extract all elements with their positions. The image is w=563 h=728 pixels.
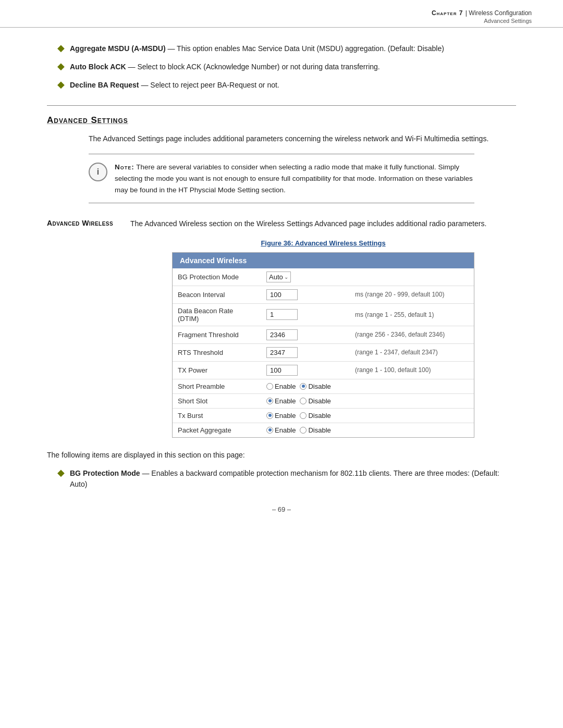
bullet-desc-1: This option enables Mac Service Data Uni… — [177, 44, 444, 53]
table-cell-label: Packet Aggregate — [173, 423, 261, 437]
table-cell-label: Short Slot — [173, 393, 261, 408]
note-text: Note: There are several variables to con… — [115, 162, 474, 195]
bullet-item-3: ◆ Decline BA Request — Select to reject … — [47, 80, 516, 91]
bullet-item-1: ◆ Aggregate MSDU (A-MSDU) — This option … — [47, 43, 516, 54]
table-cell-control[interactable]: Auto ⌄ — [261, 268, 350, 286]
input-box[interactable]: 2347 — [266, 347, 298, 358]
bottom-bullet-section: ◆ BG Protection Mode — Enables a backwar… — [47, 468, 516, 490]
input-box[interactable]: 1 — [266, 309, 298, 320]
table-row: Packet AggregateEnableDisable — [173, 423, 474, 437]
radio-item[interactable]: Disable — [300, 397, 331, 405]
advanced-settings-heading: Advanced Settings — [47, 115, 516, 126]
table-cell-control[interactable]: 100 — [261, 361, 350, 379]
chapter-label: Chapter 7 — [432, 9, 466, 17]
table-cell-hint — [350, 393, 474, 408]
table-cell-label: RTS Threshold — [173, 343, 261, 361]
bottom-bullet-text-1: BG Protection Mode — Enables a backward … — [70, 468, 516, 490]
radio-label: Disable — [308, 412, 331, 419]
radio-group: EnableDisable — [266, 412, 345, 419]
bullet-dash-1: — — [167, 44, 177, 53]
bullet-term-3: Decline BA Request — [70, 81, 139, 89]
table-cell-control: EnableDisable — [261, 408, 350, 423]
radio-item[interactable]: Disable — [300, 412, 331, 419]
radio-label: Enable — [275, 412, 296, 419]
advanced-wireless-section: Advanced Wireless The Advanced Wireless … — [47, 218, 516, 437]
table-cell-label: Tx Burst — [173, 408, 261, 423]
chapter-title: Wireless Configuration — [469, 9, 532, 17]
bullet-item-2: ◆ Auto Block ACK — Select to block ACK (… — [47, 61, 516, 72]
radio-group: EnableDisable — [266, 397, 345, 405]
info-icon: i — [89, 163, 107, 181]
table-row: BG Protection ModeAuto ⌄ — [173, 268, 474, 286]
table-cell-label: Data Beacon Rate (DTIM) — [173, 303, 261, 326]
section-divider-1 — [47, 105, 516, 106]
page-header: Chapter 7 | Wireless Configuration Advan… — [0, 0, 563, 28]
table-cell-control[interactable]: 2347 — [261, 343, 350, 361]
diamond-icon-3: ◆ — [57, 79, 65, 90]
bottom-diamond-icon-1: ◆ — [57, 467, 65, 478]
table-cell-control[interactable]: 2346 — [261, 326, 350, 343]
table-cell-control[interactable]: 1 — [261, 303, 350, 326]
aw-side-label: Advanced Wireless — [47, 218, 130, 227]
table-cell-control[interactable]: 100 — [261, 286, 350, 303]
bullet-text-2: Auto Block ACK — Select to block ACK (Ac… — [70, 61, 380, 72]
following-items-text: The following items are displayed in thi… — [47, 449, 516, 461]
figure-caption: Figure 36: Advanced Wireless Settings — [130, 239, 516, 247]
table-row: RTS Threshold2347(range 1 - 2347, defaul… — [173, 343, 474, 361]
radio-item[interactable]: Enable — [266, 397, 296, 405]
table-cell-hint: (range 256 - 2346, default 2346) — [350, 326, 474, 343]
header-sub-title: Advanced Settings — [31, 18, 532, 24]
table-row: Tx BurstEnableDisable — [173, 408, 474, 423]
select-box[interactable]: Auto ⌄ — [266, 272, 291, 282]
table-cell-control: EnableDisable — [261, 393, 350, 408]
bullet-desc-3: Select to reject peer BA-Request or not. — [150, 81, 279, 89]
aw-description: The Advanced Wireless section on the Wir… — [130, 218, 486, 229]
table-cell-hint — [350, 408, 474, 423]
radio-item[interactable]: Disable — [300, 426, 331, 434]
bottom-bullet-item-1: ◆ BG Protection Mode — Enables a backwar… — [47, 468, 516, 490]
advanced-wireless-table-container: Advanced Wireless BG Protection ModeAuto… — [172, 252, 474, 438]
radio-unselected-icon — [300, 398, 307, 404]
bottom-bullet-term-1: BG Protection Mode — [70, 469, 140, 477]
radio-label: Disable — [308, 382, 331, 390]
radio-selected-icon — [300, 383, 307, 390]
radio-selected-icon — [266, 427, 273, 434]
table-cell-label: BG Protection Mode — [173, 268, 261, 286]
table-cell-hint — [350, 268, 474, 286]
table-row: TX Power100(range 1 - 100, default 100) — [173, 361, 474, 379]
radio-item[interactable]: Disable — [300, 382, 331, 390]
radio-item[interactable]: Enable — [266, 426, 296, 434]
radio-item[interactable]: Enable — [266, 382, 296, 390]
select-arrow-icon: ⌄ — [284, 274, 288, 280]
table-cell-hint: (range 1 - 2347, default 2347) — [350, 343, 474, 361]
radio-group: EnableDisable — [266, 426, 345, 434]
table-row: Short SlotEnableDisable — [173, 393, 474, 408]
bullet-term-2: Auto Block ACK — [70, 63, 126, 71]
radio-selected-icon — [266, 398, 273, 404]
radio-label: Enable — [275, 426, 296, 434]
select-value: Auto — [269, 273, 283, 281]
table-cell-hint — [350, 423, 474, 437]
bullet-text-1: Aggregate MSDU (A-MSDU) — This option en… — [70, 43, 444, 54]
radio-label: Enable — [275, 382, 296, 390]
table-cell-hint: ms (range 1 - 255, default 1) — [350, 303, 474, 326]
input-box[interactable]: 100 — [266, 365, 298, 376]
radio-unselected-icon — [300, 427, 307, 434]
diamond-icon-2: ◆ — [57, 60, 65, 72]
radio-item[interactable]: Enable — [266, 412, 296, 419]
aw-label-row: Advanced Wireless The Advanced Wireless … — [47, 218, 516, 229]
input-box[interactable]: 100 — [266, 289, 298, 300]
input-box[interactable]: 2346 — [266, 329, 298, 340]
bottom-bullet-dash-1: — — [142, 469, 151, 477]
table-cell-hint: (range 1 - 100, default 100) — [350, 361, 474, 379]
table-header: Advanced Wireless — [173, 253, 474, 268]
radio-unselected-icon — [266, 383, 273, 390]
bullet-term-1: Aggregate MSDU (A-MSDU) — [70, 44, 166, 53]
table-row: Fragment Threshold2346(range 256 - 2346,… — [173, 326, 474, 343]
radio-label: Enable — [275, 397, 296, 405]
radio-selected-icon — [266, 412, 273, 419]
table-cell-hint: ms (range 20 - 999, default 100) — [350, 286, 474, 303]
table-row: Short PreambleEnableDisable — [173, 379, 474, 393]
radio-label: Disable — [308, 426, 331, 434]
table-cell-control: EnableDisable — [261, 423, 350, 437]
